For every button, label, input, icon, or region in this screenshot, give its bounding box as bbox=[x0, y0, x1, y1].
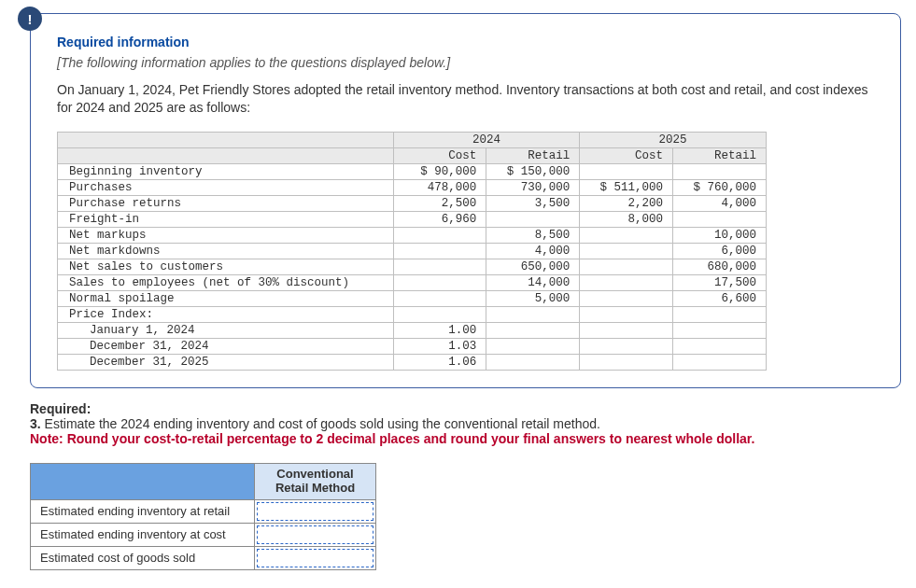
col-cost-2025: Cost bbox=[580, 147, 673, 163]
required-label: Required: bbox=[30, 401, 91, 416]
alert-badge-icon: ! bbox=[18, 7, 42, 31]
year-2024-header: 2024 bbox=[393, 132, 580, 147]
ending-inventory-retail-input[interactable] bbox=[257, 502, 373, 521]
col-retail-2024: Retail bbox=[486, 147, 580, 163]
info-panel: ! Required information [The following in… bbox=[30, 13, 901, 388]
answer-row-label: Estimated ending inventory at cost bbox=[31, 523, 255, 546]
table-row: Purchase returns2,5003,5002,2004,000 bbox=[58, 195, 767, 211]
required-item-text: Estimate the 2024 ending inventory and c… bbox=[41, 416, 600, 431]
table-row: Sales to employees (net of 30% discount)… bbox=[58, 274, 767, 290]
answer-table: Conventional Retail Method Estimated end… bbox=[30, 463, 376, 570]
cogs-input[interactable] bbox=[257, 549, 373, 567]
required-item-number: 3. bbox=[30, 416, 41, 431]
answer-row-label: Estimated ending inventory at retail bbox=[31, 499, 255, 523]
intro-text: On January 1, 2024, Pet Friendly Stores … bbox=[57, 81, 874, 117]
table-row: Net markdowns4,0006,000 bbox=[58, 243, 767, 259]
col-retail-2025: Retail bbox=[673, 147, 767, 163]
answer-corner-cell bbox=[31, 463, 255, 499]
answer-row-label: Estimated cost of goods sold bbox=[31, 546, 255, 569]
table-row: January 1, 20241.00 bbox=[58, 322, 767, 338]
table-row: December 31, 20241.03 bbox=[58, 338, 767, 354]
table-row: December 31, 20251.06 bbox=[58, 354, 767, 370]
table-row: Purchases478,000730,000$ 511,000$ 760,00… bbox=[58, 179, 767, 195]
table-row: Freight-in6,9608,000 bbox=[58, 211, 767, 227]
table-row: Beginning inventory$ 90,000$ 150,000 bbox=[58, 163, 767, 179]
inventory-data-table: 2024 2025 Cost Retail Cost Retail Beginn… bbox=[57, 132, 767, 371]
applies-note: [The following information applies to th… bbox=[57, 55, 874, 70]
table-row: Normal spoilage5,0006,600 bbox=[58, 290, 767, 306]
answer-col-header: Conventional Retail Method bbox=[255, 463, 376, 499]
required-info-heading: Required information bbox=[57, 35, 874, 49]
ending-inventory-cost-input[interactable] bbox=[257, 525, 373, 544]
table-row: Net markups8,50010,000 bbox=[58, 227, 767, 243]
table-row: Price Index: bbox=[58, 306, 767, 322]
col-cost-2024: Cost bbox=[393, 147, 486, 163]
required-block: Required: 3. Estimate the 2024 ending in… bbox=[30, 401, 901, 446]
rounding-note: Note: Round your cost-to-retail percenta… bbox=[30, 431, 901, 446]
table-row: Net sales to customers650,000680,000 bbox=[58, 259, 767, 274]
year-2025-header: 2025 bbox=[580, 132, 767, 147]
